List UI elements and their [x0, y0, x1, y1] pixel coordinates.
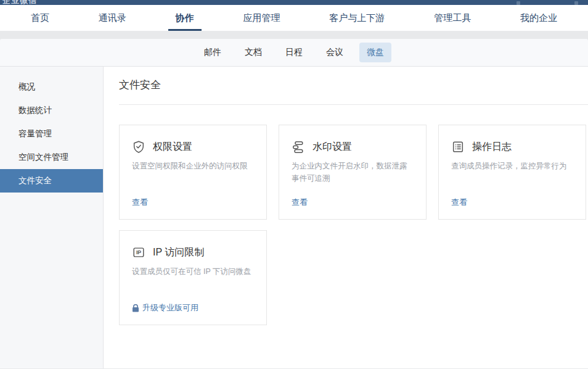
card-description: 设置空间权限和企业外的访问权限	[132, 160, 254, 172]
card-title: 操作日志	[472, 141, 512, 154]
card-header: 水印设置	[292, 140, 414, 154]
card-action-label: 查看	[292, 197, 308, 208]
card-action-link[interactable]: 查看	[132, 197, 254, 208]
log-icon	[451, 140, 465, 154]
main-nav-item-1[interactable]: 通讯录	[88, 5, 137, 31]
feature-card-3: IP IP 访问限制 设置成员仅可在可信 IP 下访问微盘 升级专业版可用	[119, 230, 267, 325]
card-action-label: 查看	[132, 197, 148, 208]
title-divider	[119, 104, 588, 105]
sidebar-item-0[interactable]: 概况	[0, 75, 103, 99]
page-body: 概况数据统计容量管理空间文件管理文件安全 文件安全 权限设置 设置空间权限和企业…	[0, 67, 588, 368]
main-nav: 首页通讯录协作应用管理客户与上下游管理工具我的企业	[0, 5, 588, 31]
page-title: 文件安全	[119, 78, 588, 104]
sub-nav-item-4[interactable]: 微盘	[359, 43, 391, 62]
feature-card-2: 操作日志 查询成员操作记录，监控异常行为 查看	[438, 125, 586, 220]
sub-nav-item-1[interactable]: 文档	[237, 43, 269, 62]
sidebar: 概况数据统计容量管理空间文件管理文件安全	[0, 67, 104, 368]
card-description: 设置成员仅可在可信 IP 下访问微盘	[132, 265, 254, 278]
app-logo: 企业微信	[2, 0, 37, 5]
card-action-link[interactable]: 升级专业版可用	[132, 302, 254, 313]
cards-grid: 权限设置 设置空间权限和企业外的访问权限 查看 水印设置 为企业内文件开启水印，…	[119, 125, 587, 325]
topbar-icon-2	[574, 1, 578, 5]
watermark-icon	[292, 140, 305, 154]
card-action-link[interactable]: 查看	[292, 197, 414, 208]
feature-card-1: 水印设置 为企业内文件开启水印，数据泄露事件可追溯 查看	[279, 125, 427, 220]
sub-nav-item-2[interactable]: 日程	[278, 43, 310, 62]
card-title: 水印设置	[312, 141, 352, 154]
main-nav-item-2[interactable]: 协作	[165, 5, 205, 31]
card-action-link[interactable]: 查看	[451, 197, 573, 208]
sub-nav-item-0[interactable]: 邮件	[197, 43, 229, 62]
sidebar-item-1[interactable]: 数据统计	[0, 99, 103, 122]
main-content: 文件安全 权限设置 设置空间权限和企业外的访问权限 查看 水印设置 为企业内文件…	[104, 67, 588, 368]
shield-check-icon	[132, 140, 145, 154]
ip-icon: IP	[132, 246, 145, 259]
main-nav-item-5[interactable]: 管理工具	[423, 5, 482, 31]
card-title: 权限设置	[153, 141, 192, 154]
main-nav-item-6[interactable]: 我的企业	[509, 5, 568, 31]
card-header: IP IP 访问限制	[132, 246, 254, 259]
lock-icon	[132, 304, 139, 312]
card-title: IP 访问限制	[153, 246, 204, 259]
card-action-label: 升级专业版可用	[142, 302, 198, 313]
svg-text:IP: IP	[136, 249, 141, 255]
sub-nav: 邮件文档日程会议微盘	[197, 43, 391, 62]
card-action-label: 查看	[451, 197, 467, 208]
sub-nav-panel: 邮件文档日程会议微盘	[0, 39, 588, 67]
main-nav-item-3[interactable]: 应用管理	[232, 5, 291, 31]
top-app-bar: 企业微信	[0, 0, 588, 5]
card-description: 查询成员操作记录，监控异常行为	[451, 160, 573, 172]
card-header: 权限设置	[132, 140, 254, 154]
sidebar-item-3[interactable]: 空间文件管理	[0, 146, 103, 169]
sidebar-item-2[interactable]: 容量管理	[0, 122, 103, 146]
sub-nav-item-3[interactable]: 会议	[319, 43, 351, 62]
sidebar-item-4[interactable]: 文件安全	[0, 169, 103, 193]
main-nav-item-0[interactable]: 首页	[20, 5, 60, 31]
page-background-band	[0, 31, 588, 39]
main-nav-item-4[interactable]: 客户与上下游	[318, 5, 396, 31]
card-description: 为企业内文件开启水印，数据泄露事件可追溯	[292, 160, 414, 184]
card-header: 操作日志	[451, 140, 573, 154]
feature-card-0: 权限设置 设置空间权限和企业外的访问权限 查看	[119, 125, 267, 220]
